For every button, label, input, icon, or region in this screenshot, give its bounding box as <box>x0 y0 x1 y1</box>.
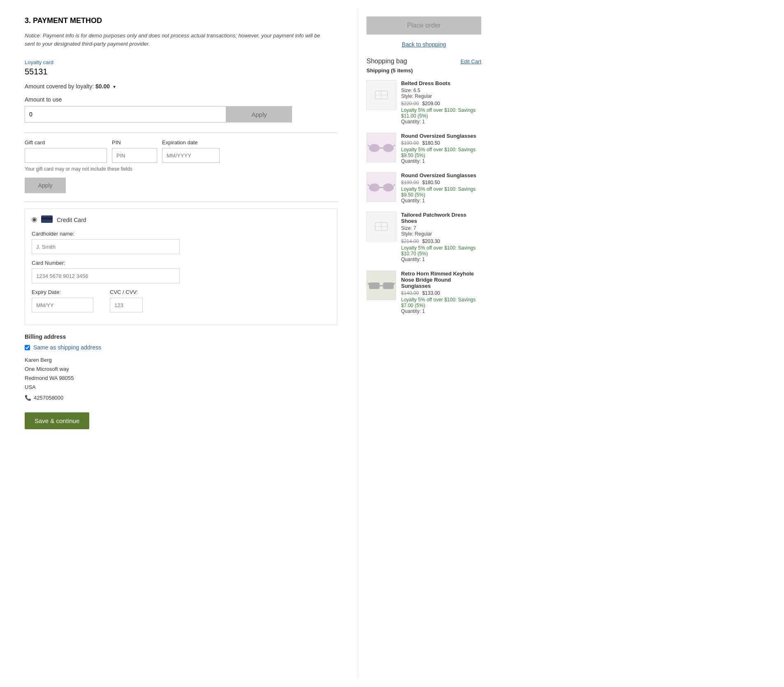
same-as-shipping-checkbox[interactable] <box>25 345 30 350</box>
item-qty: Quantity: 1 <box>401 198 481 204</box>
item-name: Tailored Patchwork Dress Shoes <box>401 212 481 224</box>
credit-card-label: Credit Card <box>57 217 86 223</box>
place-order-button[interactable]: Place order <box>366 16 481 35</box>
item-size: Size: 6.5 <box>401 88 481 93</box>
cart-item: Round Oversized Sunglasses $190.00 $180.… <box>366 133 481 164</box>
item-name: Retro Horn Rimmed Keyhole Nose Bridge Ro… <box>401 271 481 289</box>
item-qty: Quantity: 1 <box>401 158 481 164</box>
original-price: $214.00 <box>401 238 419 244</box>
shopping-bag-title: Shopping bag <box>366 58 407 65</box>
save-continue-button[interactable]: Save & continue <box>25 412 89 429</box>
loyalty-card-label: Loyalty card <box>25 59 337 65</box>
same-as-shipping-row: Same as shipping address <box>25 344 337 351</box>
gift-card-expiry-input[interactable] <box>162 148 220 163</box>
billing-phone: 4257058000 <box>34 393 63 402</box>
item-image-retro-sunglasses <box>366 271 396 300</box>
billing-phone-row: 📞 4257058000 <box>25 393 337 402</box>
section-title: 3. PAYMENT METHOD <box>25 16 337 25</box>
billing-section: Billing address Same as shipping address… <box>25 333 337 402</box>
cvv-field-group: CVC / CVV: <box>110 289 143 312</box>
amount-covered-row: Amount covered by loyalty: $0.00 ▾ <box>25 83 337 90</box>
cardholder-name-input[interactable] <box>32 239 180 254</box>
amount-covered-label: Amount covered by loyalty: <box>25 83 94 90</box>
item-image-sunglasses1 <box>366 133 396 162</box>
svg-line-14 <box>394 184 395 186</box>
gift-card-input[interactable] <box>25 148 107 163</box>
sidebar: Place order Back to shopping Shopping ba… <box>358 8 489 679</box>
sale-price: $209.00 <box>422 101 440 106</box>
original-price: $190.00 <box>401 180 419 185</box>
item-size: Size: 7 <box>401 225 481 231</box>
svg-line-22 <box>394 283 395 285</box>
expiry-field-group: Expiry Date: <box>32 289 93 312</box>
loyalty-savings: Loyalty 5% off over $100: Savings $7.00 … <box>401 297 481 308</box>
payment-method-section: Credit Card Cardholder name: Card Number… <box>25 208 337 325</box>
item-qty: Quantity: 1 <box>401 257 481 262</box>
cardholder-name-group: Cardholder name: <box>32 231 330 254</box>
item-qty: Quantity: 1 <box>401 308 481 314</box>
sale-price: $133.00 <box>422 290 440 296</box>
billing-name: Karen Berg <box>25 356 337 365</box>
gift-card-pin-group: PIN <box>112 139 157 163</box>
item-details-dress-shoes: Tailored Patchwork Dress Shoes Size: 7 S… <box>401 212 481 262</box>
price-row: $190.00 $180.50 <box>401 180 481 185</box>
expiry-label: Expiry Date: <box>32 289 93 295</box>
original-price: $190.00 <box>401 140 419 146</box>
gift-card-fields: Gift card PIN Expiration date <box>25 139 337 163</box>
svg-point-24 <box>384 283 393 289</box>
svg-rect-1 <box>41 217 53 220</box>
billing-address: Karen Berg One Microsoft way Redmond WA … <box>25 356 337 402</box>
credit-card-icon <box>41 215 53 224</box>
cart-item: Tailored Patchwork Dress Shoes Size: 7 S… <box>366 212 481 262</box>
shopping-bag-header: Shopping bag Edit Cart <box>366 58 481 65</box>
gift-card-apply-button[interactable]: Apply <box>25 178 66 193</box>
item-details-boots: Belted Dress Boots Size: 6.5 Style: Regu… <box>401 80 481 125</box>
amount-covered-dropdown[interactable]: ▾ <box>113 84 116 90</box>
card-number-input[interactable] <box>32 268 180 283</box>
cart-item: Round Oversized Sunglasses $190.00 $180.… <box>366 172 481 204</box>
divider-loyalty-gift <box>25 132 337 133</box>
item-style: Style: Regular <box>401 93 481 99</box>
gift-card-expiry-group: Expiration date <box>162 139 220 163</box>
loyalty-savings: Loyalty 5% off over $100: Savings $10.70… <box>401 245 481 257</box>
loyalty-amount-input[interactable] <box>25 106 226 123</box>
same-as-shipping-label: Same as shipping address <box>33 344 101 351</box>
payment-scroll-area[interactable]: Credit Card Cardholder name: Card Number… <box>25 209 337 325</box>
original-price: $140.00 <box>401 290 419 296</box>
amount-to-use-label: Amount to use <box>25 96 337 103</box>
sale-price: $180.50 <box>422 140 440 146</box>
svg-line-21 <box>368 283 369 285</box>
item-image-sunglasses2 <box>366 172 396 202</box>
credit-card-radio[interactable] <box>32 217 37 222</box>
item-image-boots <box>366 80 396 110</box>
item-details-retro-sunglasses: Retro Horn Rimmed Keyhole Nose Bridge Ro… <box>401 271 481 314</box>
item-qty: Quantity: 1 <box>401 119 481 125</box>
shipping-label: Shipping (5 items) <box>366 67 481 74</box>
gift-card-label: Gift card <box>25 139 107 146</box>
gift-card-pin-input[interactable] <box>112 148 157 163</box>
expiry-input[interactable] <box>32 298 93 312</box>
gift-card-expiry-label: Expiration date <box>162 139 220 146</box>
cardholder-name-label: Cardholder name: <box>32 231 330 237</box>
item-style: Style: Regular <box>401 231 481 237</box>
payment-notice: Notice: Payment info is for demo purpose… <box>25 32 329 48</box>
item-name: Round Oversized Sunglasses <box>401 172 481 178</box>
gift-card-number-group: Gift card <box>25 139 107 163</box>
svg-point-23 <box>370 283 379 289</box>
cvv-label: CVC / CVV: <box>110 289 143 295</box>
loyalty-apply-button[interactable]: Apply <box>226 106 292 123</box>
gift-card-hint: Your gift card may or may not include th… <box>25 166 337 172</box>
svg-point-5 <box>369 144 380 152</box>
amount-covered-value: $0.00 <box>95 83 110 90</box>
edit-cart-link[interactable]: Edit Cart <box>460 58 481 65</box>
price-row: $140.00 $133.00 <box>401 290 481 296</box>
price-row: $220.00 $209.00 <box>401 101 481 106</box>
back-to-shopping-link[interactable]: Back to shopping <box>366 41 481 48</box>
gift-card-pin-label: PIN <box>112 139 157 146</box>
gift-card-section: Gift card PIN Expiration date Your gift … <box>25 139 337 193</box>
cvv-input[interactable] <box>110 298 143 312</box>
svg-point-6 <box>383 144 394 152</box>
billing-address-line1: One Microsoft way <box>25 365 337 374</box>
item-image-dress-shoes <box>366 212 396 241</box>
card-number-label: Card Number: <box>32 260 330 266</box>
